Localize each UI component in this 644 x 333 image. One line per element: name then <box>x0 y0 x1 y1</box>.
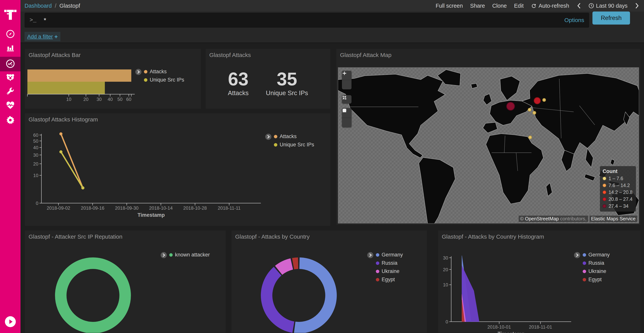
legend-item[interactable]: Egypt <box>376 277 403 282</box>
sidebar-item-dev-tools[interactable] <box>0 84 20 99</box>
edit-button[interactable]: Edit <box>514 3 524 9</box>
legend-dot <box>583 253 586 257</box>
sidebar-item-dashboard[interactable] <box>0 57 20 71</box>
legend-item[interactable]: Unique Src IPs <box>274 142 314 148</box>
clone-button[interactable]: Clone <box>492 3 507 9</box>
refresh-button[interactable]: Refresh <box>592 12 630 25</box>
heartbeat-icon <box>6 101 15 111</box>
range-label: 1 – 7.6 <box>608 176 623 181</box>
panel-attacks-by-country: Glastopf - Attacks by Country GermanyRus… <box>231 230 427 333</box>
legend-item[interactable]: Germany <box>583 252 610 258</box>
zoom-out-button[interactable] <box>342 80 352 89</box>
legend-dot <box>274 135 277 138</box>
svg-text:50: 50 <box>33 139 38 144</box>
sidebar <box>0 0 20 333</box>
legend-item[interactable]: Egypt <box>583 277 610 282</box>
attack-dot[interactable] <box>528 136 532 139</box>
legend-dot <box>376 270 379 273</box>
breadcrumb-dashboard-link[interactable]: Dashboard <box>24 3 52 9</box>
legend-item[interactable]: Unique Src IPs <box>144 77 184 83</box>
share-button[interactable]: Share <box>470 3 485 9</box>
metric: 35 Unique Src IPs <box>266 70 308 97</box>
sidebar-item-visualize[interactable] <box>0 41 20 56</box>
range-dot <box>602 177 606 180</box>
time-back-button[interactable] <box>576 3 581 9</box>
attack-dot[interactable] <box>534 97 540 104</box>
panel-title: Glastopf Attack Map <box>340 52 392 58</box>
legend-item[interactable]: Russia <box>583 260 610 266</box>
legend-item[interactable]: Attacks <box>274 134 314 139</box>
legend-label: Ukraine <box>588 268 606 274</box>
sidebar-item-management[interactable] <box>0 113 20 128</box>
sidebar-item-discover[interactable] <box>0 27 20 42</box>
refresh-cw-icon <box>531 3 537 9</box>
range-dot <box>602 197 606 201</box>
fit-data-bounds-button[interactable] <box>342 95 352 104</box>
nav-actions: Full screen Share Clone Edit Auto-refres… <box>436 3 640 9</box>
world-map[interactable]: Count 1 – 7.6 7.6 – 14.2 14.2 – 20.8 20.… <box>338 67 639 223</box>
query-filter-bar: >_ * Options Refresh Add a filter + <box>20 12 644 43</box>
attack-dot[interactable] <box>542 98 546 102</box>
legend-label: Ukraine <box>382 268 400 274</box>
panel-attacks-bar: Glastopf Attacks Bar 102030405060 Attack… <box>24 49 201 109</box>
breadcrumb-separator: / <box>55 3 56 9</box>
range-label: 7.6 – 14.2 <box>608 183 630 188</box>
full-screen-button[interactable]: Full screen <box>436 3 463 9</box>
metric-label: Attacks <box>228 89 248 97</box>
chart-legend: AttacksUnique Src IPs <box>265 134 314 148</box>
sidebar-expand-button[interactable] <box>0 316 20 328</box>
attack-dot[interactable] <box>528 108 531 111</box>
auto-refresh-button[interactable]: Auto-refresh <box>531 3 569 9</box>
legend-item[interactable]: Germany <box>376 252 403 258</box>
time-forward-button[interactable] <box>635 3 640 9</box>
range-label: 27.4 – 34 <box>608 203 628 209</box>
range-dot <box>602 184 606 187</box>
attack-dot[interactable] <box>506 102 514 110</box>
legend-dot <box>583 270 586 273</box>
svg-text:20: 20 <box>33 161 38 167</box>
draw-rectangle-button[interactable] <box>342 118 352 127</box>
svg-text:60: 60 <box>33 133 38 138</box>
map-attribution: © OpenStreetMap contributors, Elastic Ma… <box>519 216 637 222</box>
breadcrumb-current: Glastopf <box>60 3 80 9</box>
gear-icon <box>6 115 15 125</box>
options-link[interactable]: Options <box>564 17 584 24</box>
legend-item[interactable]: Russia <box>376 260 403 266</box>
legend-toggle-chevron-icon[interactable] <box>265 134 272 140</box>
legend-toggle-chevron-icon[interactable] <box>135 69 142 75</box>
elastic-maps-service-link: Elastic Maps Service <box>590 216 637 222</box>
chart-legend: GermanyRussiaUkraineEgypt <box>574 252 610 282</box>
legend-dot <box>144 70 148 74</box>
legend-dot <box>274 143 277 147</box>
plus-icon: + <box>54 33 58 40</box>
legend-item[interactable]: known attacker <box>169 252 210 258</box>
tmobile-logo-icon[interactable] <box>0 6 20 23</box>
map-continents <box>338 67 639 223</box>
map-fit-control <box>342 95 352 104</box>
time-picker-button[interactable]: Last 90 days <box>588 3 628 9</box>
legend-item[interactable]: Ukraine <box>376 268 403 274</box>
metric-label: Unique Src IPs <box>266 89 308 97</box>
openstreetmap-link: OpenStreetMap <box>525 216 559 221</box>
svg-text:10: 10 <box>443 282 448 287</box>
legend-item[interactable]: Ukraine <box>583 268 610 274</box>
metric-value: 63 <box>228 70 248 88</box>
add-filter-button[interactable]: Add a filter + <box>24 32 60 42</box>
query-value: * <box>44 17 564 24</box>
search-input[interactable]: >_ * Options <box>24 13 589 28</box>
donut-slice <box>293 263 298 264</box>
legend-item[interactable]: Attacks <box>144 69 184 75</box>
svg-text:40: 40 <box>108 97 113 102</box>
attack-dot[interactable] <box>533 111 536 114</box>
sidebar-item-monitoring[interactable] <box>0 98 20 113</box>
compass-icon <box>6 29 15 39</box>
sidebar-item-beats[interactable] <box>0 70 20 85</box>
legend-toggle-chevron-icon[interactable] <box>574 252 580 258</box>
legend-toggle-chevron-icon[interactable] <box>367 252 374 258</box>
svg-text:30: 30 <box>96 97 102 102</box>
legend-label: Attacks <box>150 69 167 75</box>
bar-chart-icon <box>6 43 15 53</box>
country-area-chart: 01020302018-10-012018-11-01Timestamp <box>438 230 640 333</box>
legend-toggle-chevron-icon[interactable] <box>160 252 167 258</box>
chart-legend: known attacker <box>160 252 210 258</box>
